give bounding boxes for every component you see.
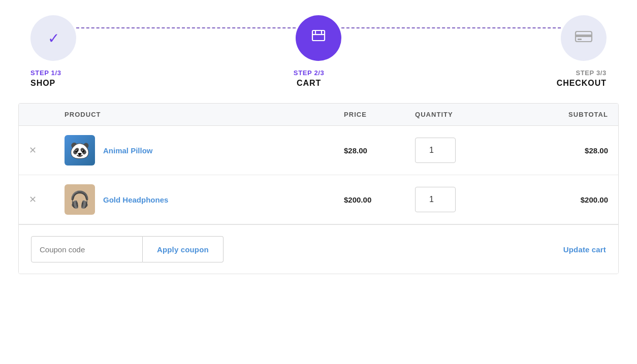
subtotal-cell-2: $200.00 bbox=[506, 195, 608, 204]
product-cell-1: Animal Pillow bbox=[65, 135, 344, 166]
step-1-circle: ✓ bbox=[30, 15, 76, 61]
step-1-title: SHOP bbox=[30, 79, 55, 88]
step-3-label: STEP 3/3 CHECKOUT bbox=[557, 69, 607, 88]
quantity-input-1[interactable] bbox=[415, 138, 456, 163]
table-row: ✕ Animal Pillow $28.00 $28.00 bbox=[19, 126, 618, 175]
card-icon bbox=[575, 30, 593, 47]
remove-item-2-button[interactable]: ✕ bbox=[29, 194, 37, 205]
header-subtotal: SUBTOTAL bbox=[506, 111, 608, 118]
step-2-label: STEP 2/3 CART bbox=[294, 69, 325, 88]
svg-rect-0 bbox=[312, 30, 325, 41]
subtotal-cell-1: $28.00 bbox=[506, 146, 608, 155]
stepper: ✓ bbox=[0, 0, 637, 61]
step-2-num: STEP 2/3 bbox=[294, 69, 325, 77]
stepper-line-1 bbox=[76, 27, 296, 28]
step-3-num: STEP 3/3 bbox=[576, 69, 607, 77]
cart-icon bbox=[310, 29, 327, 47]
step-3-title: CHECKOUT bbox=[557, 79, 607, 88]
coupon-row: Apply coupon Update cart bbox=[19, 224, 618, 274]
svg-rect-2 bbox=[576, 35, 592, 37]
coupon-left: Apply coupon bbox=[31, 236, 224, 262]
header-remove bbox=[29, 111, 65, 118]
table-row: ✕ Gold Headphones $200.00 $200.00 bbox=[19, 175, 618, 224]
header-quantity: QUANTITY bbox=[415, 111, 506, 118]
price-cell-2: $200.00 bbox=[344, 195, 415, 204]
cart-table: PRODUCT PRICE QUANTITY SUBTOTAL ✕ Animal… bbox=[18, 103, 619, 274]
quantity-input-2[interactable] bbox=[415, 187, 456, 212]
remove-item-1-button[interactable]: ✕ bbox=[29, 145, 37, 156]
coupon-input[interactable] bbox=[31, 236, 143, 262]
step-1-num: STEP 1/3 bbox=[30, 69, 61, 77]
product-cell-2: Gold Headphones bbox=[65, 184, 344, 215]
product-image-1 bbox=[65, 135, 95, 166]
step-labels: STEP 1/3 SHOP STEP 2/3 CART STEP 3/3 CHE… bbox=[0, 61, 637, 88]
step-2-title: CART bbox=[297, 79, 321, 88]
cart-header-row: PRODUCT PRICE QUANTITY SUBTOTAL bbox=[19, 104, 618, 126]
qty-cell-2[interactable] bbox=[415, 187, 506, 212]
header-price: PRICE bbox=[344, 111, 415, 118]
price-cell-1: $28.00 bbox=[344, 146, 415, 155]
apply-coupon-button[interactable]: Apply coupon bbox=[143, 236, 224, 262]
product-image-2 bbox=[65, 184, 95, 215]
svg-rect-3 bbox=[578, 39, 582, 40]
product-name-1[interactable]: Animal Pillow bbox=[103, 146, 153, 155]
step-2-circle bbox=[296, 15, 341, 61]
remove-col-2[interactable]: ✕ bbox=[29, 194, 65, 205]
header-product: PRODUCT bbox=[65, 111, 344, 118]
qty-cell-1[interactable] bbox=[415, 138, 506, 163]
step-1-label: STEP 1/3 SHOP bbox=[30, 69, 61, 88]
step-3-circle bbox=[561, 15, 607, 61]
check-icon: ✓ bbox=[48, 30, 59, 47]
remove-col[interactable]: ✕ bbox=[29, 145, 65, 156]
stepper-line-2 bbox=[341, 27, 561, 28]
product-name-2[interactable]: Gold Headphones bbox=[103, 195, 168, 204]
update-cart-button[interactable]: Update cart bbox=[563, 245, 606, 254]
